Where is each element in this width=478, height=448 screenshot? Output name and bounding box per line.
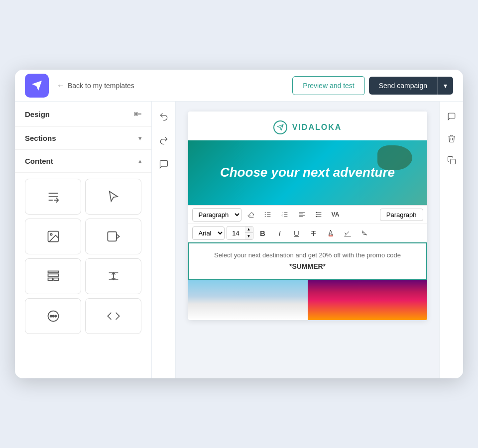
svg-rect-2 xyxy=(108,232,117,241)
redo-button[interactable] xyxy=(155,131,173,149)
format-row-1: Paragraph xyxy=(188,206,427,224)
social-icon xyxy=(46,309,60,323)
va-button[interactable]: VA xyxy=(328,208,343,222)
svg-point-13 xyxy=(54,315,56,317)
design-toggle[interactable]: Design ⇤ xyxy=(25,109,141,119)
highlight-button[interactable] xyxy=(340,226,355,240)
highlight-icon xyxy=(344,229,352,237)
svg-rect-3 xyxy=(48,274,58,276)
comment-button[interactable] xyxy=(155,155,173,173)
email-logo-icon xyxy=(273,120,287,134)
sections-label: Sections xyxy=(25,134,56,142)
delete-action-button[interactable] xyxy=(443,129,461,147)
design-collapse-icon: ⇤ xyxy=(134,109,141,119)
header: ← Back to my templates Preview and test … xyxy=(15,70,463,102)
duplicate-action-button[interactable] xyxy=(443,151,461,169)
ordered-list-icon xyxy=(281,211,289,219)
svg-point-19 xyxy=(264,216,265,217)
bottom-images xyxy=(188,280,427,320)
sections-chevron-icon: ▾ xyxy=(138,135,141,142)
ordered-list-button[interactable] xyxy=(277,208,292,222)
spacer-icon xyxy=(107,269,120,283)
app-logo xyxy=(25,74,49,98)
content-label: Content xyxy=(25,157,53,165)
line-height-button[interactable] xyxy=(311,208,326,222)
text-icon xyxy=(46,190,60,204)
video-icon xyxy=(107,229,120,243)
plane-icon xyxy=(277,124,284,131)
main-layout: Design ⇤ Sections ▾ Content ▴ xyxy=(15,102,463,378)
svg-point-18 xyxy=(264,214,265,215)
logo-icon xyxy=(31,80,43,92)
preview-button[interactable]: Preview and test xyxy=(292,76,365,95)
underline-button[interactable]: U xyxy=(289,226,304,240)
duplicate-icon xyxy=(447,156,456,165)
right-action-panel xyxy=(439,102,463,378)
unordered-list-button[interactable] xyxy=(260,208,275,222)
bold-button[interactable]: B xyxy=(255,226,270,240)
back-link[interactable]: ← Back to my templates xyxy=(57,81,284,90)
editable-section-wrapper: Select your next destination and get 20%… xyxy=(188,242,427,280)
paragraph-style-button[interactable]: Paragraph xyxy=(380,209,423,221)
font-color-button[interactable] xyxy=(323,226,338,240)
undo-button[interactable] xyxy=(155,108,173,125)
font-size-down-button[interactable]: ▼ xyxy=(245,233,253,239)
send-button-group: Send campaign ▾ xyxy=(369,77,453,95)
content-section: Content ▴ xyxy=(15,150,151,173)
email-preview: VIDALOKA Choose your next adventure Para… xyxy=(176,102,439,378)
svg-rect-33 xyxy=(450,159,455,164)
strikethrough-button[interactable]: T xyxy=(306,226,321,240)
content-toggle[interactable]: Content ▴ xyxy=(25,157,141,165)
back-arrow-icon: ← xyxy=(57,81,65,90)
promo-code: *SUMMER* xyxy=(289,262,326,270)
header-actions: Preview and test Send campaign ▾ xyxy=(292,76,453,95)
content-item-text[interactable] xyxy=(25,179,81,215)
email-logo-text: VIDALOKA xyxy=(292,123,342,132)
content-item-pointer[interactable] xyxy=(85,179,141,215)
content-item-video[interactable] xyxy=(85,219,141,254)
paragraph-select[interactable]: Paragraph xyxy=(192,208,241,222)
content-chevron-icon: ▴ xyxy=(138,158,141,165)
promo-description: Select your next destination and get 20%… xyxy=(214,251,401,259)
app-window: ← Back to my templates Preview and test … xyxy=(15,70,463,378)
content-item-layout[interactable] xyxy=(25,258,81,294)
content-item-image[interactable] xyxy=(25,219,81,254)
send-campaign-button[interactable]: Send campaign xyxy=(369,77,437,95)
undo-icon xyxy=(159,112,169,121)
format-eraser-button[interactable] xyxy=(243,208,258,222)
sections-toggle[interactable]: Sections ▾ xyxy=(25,134,141,142)
font-color-icon xyxy=(327,229,335,237)
clear-format-button[interactable] xyxy=(357,226,372,240)
comment-action-icon xyxy=(447,112,456,121)
font-size-up-button[interactable]: ▲ xyxy=(245,226,253,233)
back-link-label: Back to my templates xyxy=(68,82,134,90)
content-grid xyxy=(15,173,151,340)
mountains-image xyxy=(188,280,308,320)
font-size-arrows: ▲ ▼ xyxy=(245,226,253,239)
svg-point-11 xyxy=(50,315,52,317)
format-row-2: Arial ▲ ▼ B I U xyxy=(188,224,427,242)
comment-action-button[interactable] xyxy=(443,108,461,125)
svg-rect-5 xyxy=(54,278,58,281)
editable-section[interactable]: Select your next destination and get 20%… xyxy=(188,242,427,280)
code-icon xyxy=(107,309,120,323)
content-item-social[interactable] xyxy=(25,298,81,334)
font-select[interactable]: Arial xyxy=(192,226,225,240)
font-size-input[interactable] xyxy=(227,227,245,239)
svg-point-17 xyxy=(264,212,265,213)
layout-icon xyxy=(46,269,60,283)
content-item-spacer[interactable] xyxy=(85,258,141,294)
image-icon xyxy=(46,229,60,243)
toolbar-strip xyxy=(152,102,176,378)
design-label: Design xyxy=(25,110,50,118)
content-item-code[interactable] xyxy=(85,298,141,334)
italic-button[interactable]: I xyxy=(272,226,287,240)
align-left-button[interactable] xyxy=(294,208,309,222)
svg-rect-4 xyxy=(48,278,52,281)
clear-format-icon xyxy=(360,229,368,237)
send-dropdown-button[interactable]: ▾ xyxy=(437,77,453,95)
font-size-stepper[interactable]: ▲ ▼ xyxy=(227,226,253,240)
sections-section: Sections ▾ xyxy=(15,127,151,150)
line-height-icon xyxy=(315,211,323,219)
svg-point-1 xyxy=(50,233,52,235)
